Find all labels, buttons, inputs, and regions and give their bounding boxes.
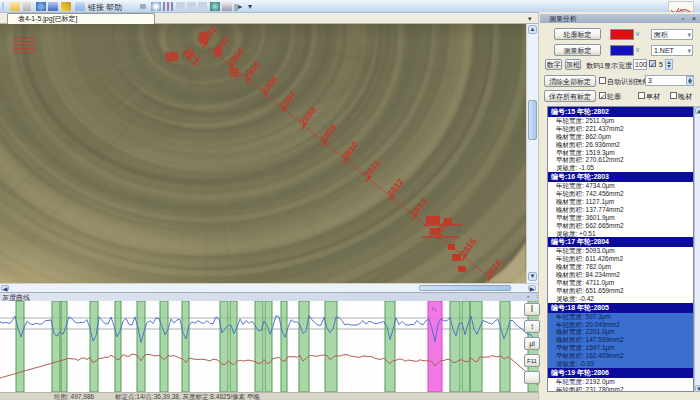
svg-text:↑↓: ↑↓: [431, 306, 437, 312]
